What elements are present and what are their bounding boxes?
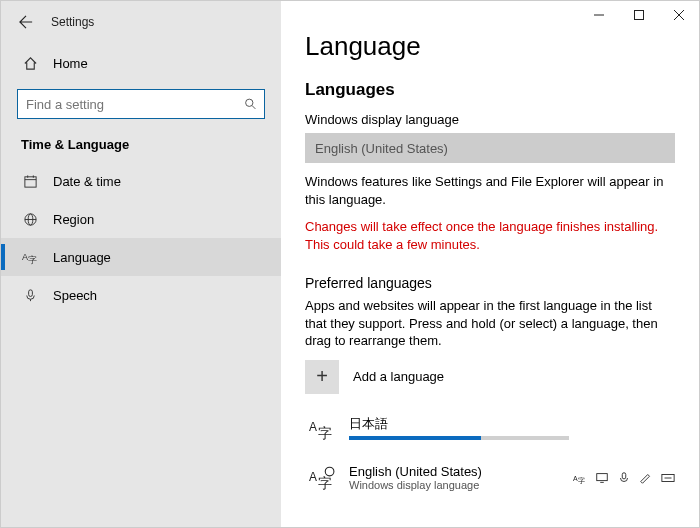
svg-rect-2 <box>24 176 35 186</box>
svg-rect-13 <box>635 11 644 20</box>
sidebar: Settings Home Time & Language Date & tim… <box>1 1 281 527</box>
home-icon <box>21 56 39 71</box>
display-icon <box>595 471 609 485</box>
keyboard-icon <box>661 471 675 485</box>
speech-icon <box>617 471 631 485</box>
svg-text:A: A <box>309 470 317 484</box>
page-title: Language <box>305 31 675 62</box>
svg-line-1 <box>252 106 255 109</box>
language-icon: A字 <box>21 249 39 265</box>
display-language-desc: Windows features like Settings and File … <box>305 173 675 208</box>
preferred-languages-desc: Apps and websites will appear in the fir… <box>305 297 675 350</box>
handwriting-icon <box>639 471 653 485</box>
add-language-button[interactable]: + Add a language <box>305 360 675 394</box>
search-icon <box>244 98 257 111</box>
main-panel: Language Languages Windows display langu… <box>281 1 699 527</box>
language-name: English (United States) <box>349 464 573 479</box>
svg-text:A: A <box>573 474 578 481</box>
svg-rect-11 <box>28 289 32 296</box>
microphone-icon <box>21 288 39 303</box>
svg-text:字: 字 <box>318 475 332 491</box>
svg-point-0 <box>246 99 253 106</box>
svg-text:A: A <box>309 420 317 434</box>
window-controls <box>579 1 699 29</box>
plus-icon: + <box>305 360 339 394</box>
display-language-label: Windows display language <box>305 112 675 127</box>
svg-text:字: 字 <box>578 477 585 484</box>
language-item-japanese[interactable]: A字 日本語 <box>305 408 675 448</box>
search-input[interactable] <box>17 89 265 119</box>
back-button[interactable] <box>11 7 41 37</box>
sidebar-item-label: Date & time <box>53 174 121 189</box>
sidebar-item-speech[interactable]: Speech <box>1 276 281 314</box>
sidebar-item-language[interactable]: A字 Language <box>1 238 281 276</box>
sidebar-item-label: Region <box>53 212 94 227</box>
close-button[interactable] <box>659 1 699 29</box>
svg-rect-25 <box>622 473 626 479</box>
titlebar-left: Settings <box>1 7 281 37</box>
add-language-label: Add a language <box>353 369 444 384</box>
window-title: Settings <box>51 15 94 29</box>
sidebar-home[interactable]: Home <box>1 45 281 81</box>
display-language-warning: Changes will take effect once the langua… <box>305 218 675 253</box>
search-box[interactable] <box>17 89 265 119</box>
text-to-speech-icon: A字 <box>573 471 587 485</box>
sidebar-item-label: Speech <box>53 288 97 303</box>
globe-icon <box>21 212 39 227</box>
language-subtitle: Windows display language <box>349 479 573 491</box>
language-name: 日本語 <box>349 415 675 433</box>
language-feature-badges: A字 <box>573 471 675 485</box>
maximize-button[interactable] <box>619 1 659 29</box>
sidebar-item-label: Language <box>53 250 111 265</box>
languages-header: Languages <box>305 80 675 100</box>
language-item-english-us[interactable]: A字 English (United States) Windows displ… <box>305 458 675 498</box>
svg-rect-23 <box>597 473 608 480</box>
minimize-button[interactable] <box>579 1 619 29</box>
sidebar-section-header: Time & Language <box>1 137 281 162</box>
calendar-icon <box>21 174 39 189</box>
sidebar-home-label: Home <box>53 56 88 71</box>
display-language-dropdown[interactable]: English (United States) <box>305 133 675 163</box>
preferred-languages-header: Preferred languages <box>305 275 675 291</box>
language-glyph-globe-icon: A字 <box>305 465 339 491</box>
language-glyph-icon: A字 <box>305 415 339 441</box>
svg-text:字: 字 <box>318 425 332 441</box>
sidebar-item-date-time[interactable]: Date & time <box>1 162 281 200</box>
svg-text:字: 字 <box>28 255 37 265</box>
display-language-value: English (United States) <box>315 141 448 156</box>
install-progress <box>349 436 569 440</box>
sidebar-item-region[interactable]: Region <box>1 200 281 238</box>
